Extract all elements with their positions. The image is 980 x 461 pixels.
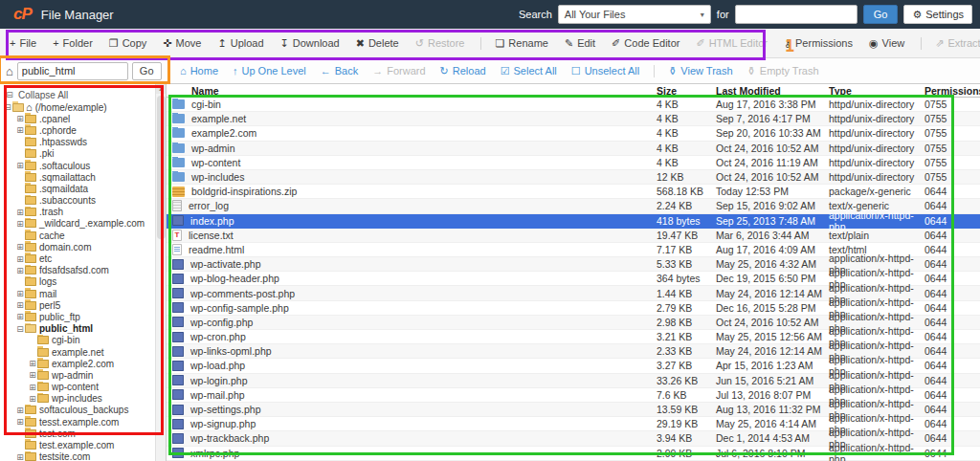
table-row[interactable]: license.txt 19.47 KB Mar 6, 2016 3:44 AM…: [167, 229, 980, 243]
tree-item[interactable]: ⊞ .cpanel: [0, 113, 155, 124]
tree-item[interactable]: ⊞ wp-includes: [0, 393, 155, 405]
collapse-all[interactable]: ⊟ Collapse All: [0, 88, 155, 101]
tree-item[interactable]: .subaccounts: [0, 195, 155, 207]
nav-link[interactable]: ☐ Unselect All: [571, 65, 639, 77]
column-header-name[interactable]: Name: [167, 85, 657, 97]
tree-item[interactable]: ⊞ mail: [0, 288, 155, 299]
tree-item[interactable]: logs: [0, 276, 155, 288]
tree-expander[interactable]: ⊞: [15, 312, 25, 321]
nav-link[interactable]: ⚱ View Trash: [654, 65, 732, 77]
nav-link[interactable]: ⚱ Empty Trash: [747, 65, 819, 77]
table-row[interactable]: cgi-bin 4 KB Aug 17, 2016 3:38 PM httpd/…: [167, 98, 980, 112]
nav-link[interactable]: → Forward: [372, 65, 425, 77]
toolbar-button[interactable]: + Folder: [53, 37, 93, 49]
tree-item[interactable]: ⊞ etc: [0, 252, 155, 264]
tree-expander[interactable]: ⊞: [15, 114, 25, 123]
tree-expander[interactable]: ⊟: [15, 324, 25, 334]
tree-item[interactable]: ⊞ wp-admin: [0, 369, 155, 381]
tree-item[interactable]: .htpasswds: [0, 137, 155, 148]
toolbar-button[interactable]: ✎ Edit: [565, 37, 595, 50]
tree-expander[interactable]: ⊞: [15, 161, 25, 170]
table-row[interactable]: example2.com 4 KB Sep 20, 2016 10:33 AM …: [167, 126, 980, 141]
tree-expander[interactable]: ⊞: [15, 417, 25, 427]
path-input[interactable]: [17, 62, 128, 80]
tree-expander[interactable]: ⊞: [15, 254, 25, 264]
tree-item[interactable]: cgi-bin: [0, 335, 155, 346]
toolbar-button[interactable]: ✜ Move: [163, 37, 201, 50]
toolbar-button[interactable]: ❏ Rename: [480, 37, 547, 50]
nav-link[interactable]: ☑ Select All: [501, 65, 557, 77]
tree-expander[interactable]: ⊞: [15, 289, 25, 298]
table-row[interactable]: wp-admin 4 KB Oct 24, 2016 10:52 AM http…: [167, 142, 980, 156]
sidebar-scrollbar[interactable]: ▲: [155, 84, 166, 461]
nav-link[interactable]: ↑ Up One Level: [233, 65, 306, 77]
nav-link[interactable]: ↻ Reload: [440, 65, 486, 77]
tree-expander[interactable]: ⊞: [15, 266, 25, 275]
scroll-up-icon[interactable]: ▲: [156, 84, 166, 94]
table-row[interactable]: wp-includes 12 KB Oct 24, 2016 10:52 AM …: [167, 170, 980, 185]
tree-expander[interactable]: ⊞: [15, 125, 25, 135]
tree-item[interactable]: ⊞ fdsafdsafsd.com: [0, 265, 155, 276]
toolbar-button[interactable]: ✖ Delete: [356, 37, 399, 50]
tree-expander[interactable]: ⊟: [3, 102, 12, 112]
column-header-type[interactable]: Type: [829, 85, 924, 97]
toolbar-button[interactable]: ↥ Upload: [217, 37, 263, 50]
toolbar-button[interactable]: ❐ Copy: [109, 37, 147, 50]
tree-item[interactable]: ⊞ example2.com: [0, 358, 155, 369]
tree-item[interactable]: ⊞ perl5: [0, 299, 155, 311]
tree-item[interactable]: ⊞ public_ftp: [0, 311, 155, 322]
table-row[interactable]: xmlrpc.php 2.99 KB Jul 6, 2016 8:10 PM a…: [167, 447, 980, 461]
tree-item[interactable]: ⊟ ⌂ (/home/example): [0, 101, 155, 113]
search-go-button[interactable]: Go: [863, 5, 899, 24]
toolbar-button[interactable]: + File: [10, 37, 36, 49]
toolbar-button[interactable]: ↧ Download: [280, 37, 340, 50]
column-header-size[interactable]: Size: [657, 85, 716, 97]
tree-item[interactable]: ⊞ domain.com: [0, 241, 155, 252]
tree-item[interactable]: ⊞ softaculous_backups: [0, 405, 155, 416]
toolbar-button[interactable]: ⇗ Extract: [921, 37, 980, 50]
tree-expander[interactable]: ⊞: [15, 219, 25, 229]
tree-item[interactable]: ⊞ wp-content: [0, 382, 155, 393]
path-go-button[interactable]: Go: [132, 62, 162, 80]
tree-item[interactable]: .sqmailattach: [0, 171, 155, 183]
tree-item[interactable]: example.net: [0, 346, 155, 358]
tree-item[interactable]: ⊞ .cphorde: [0, 124, 155, 136]
table-row[interactable]: boldgrid-inspirations.zip 568.18 KB Toda…: [167, 185, 980, 199]
tree-expander[interactable]: ⊞: [15, 406, 25, 415]
tree-item[interactable]: ⊞ _wildcard_.example.com: [0, 218, 155, 230]
toolbar-button[interactable]: ↺ Restore: [415, 37, 465, 50]
tree-item[interactable]: .pki: [0, 148, 155, 160]
tree-item[interactable]: .sqmaildata: [0, 183, 155, 194]
table-row[interactable]: index.php 418 bytes Sep 25, 2013 7:48 AM…: [167, 214, 980, 229]
tree-expander[interactable]: ⊞: [15, 208, 25, 217]
tree-item[interactable]: ⊞ .trash: [0, 207, 155, 218]
tree-expander[interactable]: ⊞: [15, 300, 25, 310]
tree-expander[interactable]: ⊞: [28, 359, 37, 368]
column-header-modified[interactable]: Last Modified: [716, 85, 829, 97]
column-header-permissions[interactable]: Permissions: [924, 85, 980, 97]
tree-item[interactable]: test.com: [0, 428, 155, 439]
nav-link[interactable]: ⌂ Home: [180, 65, 218, 77]
tree-expander[interactable]: ⊞: [28, 370, 37, 380]
toolbar-button[interactable]: ✐ HTML Editor: [696, 37, 768, 50]
tree-item[interactable]: ⊟ public_html: [0, 323, 155, 335]
tree-expander[interactable]: ⊞: [28, 383, 37, 392]
search-input[interactable]: [735, 5, 858, 24]
scrollbar-thumb[interactable]: [157, 96, 166, 239]
tree-item[interactable]: ⊞ testsite.com: [0, 451, 155, 461]
tree-item[interactable]: ⊞ tesst.example.com: [0, 416, 155, 428]
nav-link[interactable]: ← Back: [321, 65, 358, 77]
toolbar-button[interactable]: ◉ View: [869, 37, 904, 50]
table-row[interactable]: wp-content 4 KB Oct 24, 2016 11:19 AM ht…: [167, 156, 980, 170]
toolbar-button[interactable]: ⚷ Permissions: [784, 37, 853, 50]
settings-button[interactable]: ⚙Settings: [903, 5, 972, 24]
tree-expander[interactable]: ⊞: [15, 452, 25, 461]
tree-item[interactable]: cache: [0, 230, 155, 241]
tree-expander[interactable]: ⊞: [28, 394, 37, 404]
search-scope-select[interactable]: All Your Files ▾: [558, 5, 711, 24]
tree-item[interactable]: test.example.com: [0, 439, 155, 450]
tree-expander[interactable]: ⊞: [15, 242, 25, 252]
toolbar-button[interactable]: ✐ Code Editor: [612, 37, 679, 50]
tree-item[interactable]: ⊞ .softaculous: [0, 160, 155, 171]
table-row[interactable]: example.net 4 KB Sep 7, 2016 4:17 PM htt…: [167, 112, 980, 126]
